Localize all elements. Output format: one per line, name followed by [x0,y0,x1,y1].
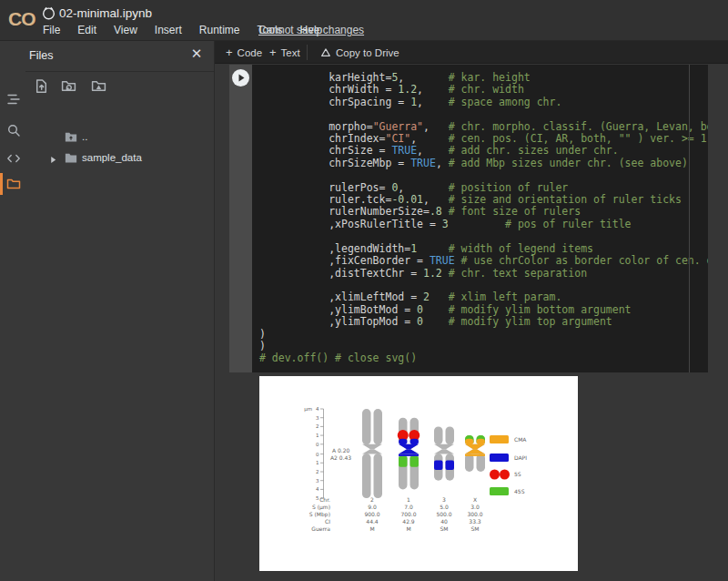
svg-text:3.0: 3.0 [470,504,480,510]
upload-file-icon[interactable] [34,78,49,94]
tree-item-[interactable]: .. [25,130,214,147]
svg-text:4: 4 [316,486,319,492]
mount-drive-icon[interactable] [91,78,106,94]
svg-text:M: M [406,525,410,532]
svg-text:Chr.: Chr. [319,496,330,503]
svg-text:7.0: 7.0 [404,504,413,510]
svg-text:900.0: 900.0 [364,511,379,517]
folder-icon [65,152,77,164]
notebook-scroll-area[interactable]: karHeight=5, # kar. height chrWidth = 1.… [215,64,728,581]
github-icon [42,6,56,20]
folder-up-icon [65,131,77,143]
svg-text:S (Mbp): S (Mbp) [309,511,330,518]
svg-text:4: 4 [316,406,319,412]
svg-text:SM: SM [440,525,449,532]
svg-text:300.0: 300.0 [467,511,482,517]
svg-text:1: 1 [316,460,319,465]
tree-item-label: sample_data [82,152,142,163]
code-cell: karHeight=5, # kar. height chrWidth = 1.… [229,65,708,372]
svg-text:700.0: 700.0 [400,511,416,517]
files-panel-title: Files [29,49,53,62]
tree-item-sample_data[interactable]: sample_data [25,151,214,168]
svg-text:45S: 45S [514,488,525,494]
svg-text:2: 2 [316,423,319,429]
svg-text:DAPI: DAPI [514,454,527,461]
karyotype-plot: µm43210012345A 0.20A2 0.43Chr.213XS (µm)… [259,376,578,571]
refresh-folder-icon[interactable] [61,78,76,94]
svg-text:µm: µm [304,406,312,413]
play-icon [232,69,249,87]
svg-text:A 0.20: A 0.20 [332,447,350,454]
caret-right-icon[interactable] [49,155,57,163]
code-snippets-icon[interactable] [6,151,21,166]
svg-text:CMA: CMA [514,436,527,443]
files-panel: Files ✕ ..sample_data [25,41,214,581]
svg-text:A2 0.43: A2 0.43 [330,454,351,461]
menu-runtime[interactable]: Runtime [199,24,240,38]
svg-text:CI: CI [325,518,330,525]
plus-icon: + [269,46,277,59]
svg-text:1: 1 [316,433,319,438]
code-editor[interactable]: karHeight=5, # kar. height chrWidth = 1.… [252,65,708,372]
svg-text:2: 2 [370,496,374,503]
cell-gutter [229,65,252,372]
svg-text:33.3: 33.3 [469,518,481,525]
svg-text:42.9: 42.9 [402,518,415,525]
drive-icon [320,47,331,58]
svg-text:1: 1 [407,496,410,503]
files-icon[interactable] [6,177,21,191]
svg-text:9.0: 9.0 [368,504,377,510]
svg-text:40: 40 [440,518,448,525]
svg-text:5S: 5S [514,471,521,477]
svg-text:500.0: 500.0 [436,511,451,517]
search-icon[interactable] [6,123,21,138]
main-area: + Code + Text Copy to Drive [215,41,728,581]
menu-view[interactable]: View [114,24,137,38]
copy-to-drive-label: Copy to Drive [336,47,399,58]
copy-to-drive-button[interactable]: Copy to Drive [320,45,399,60]
close-icon[interactable]: ✕ [190,47,203,60]
app-header: CO 02-minimal.ipynb FileEditViewInsertRu… [0,0,728,41]
menu-file[interactable]: File [43,24,60,38]
cell-output-image: µm43210012345A 0.20A2 0.43Chr.213XS (µm)… [259,376,578,571]
tree-item-label: .. [82,131,87,142]
svg-text:44.4: 44.4 [366,518,379,525]
svg-text:SM: SM [471,525,480,532]
run-cell-button[interactable] [232,69,249,87]
add-text-label: Text [281,47,300,58]
svg-text:0: 0 [316,442,319,447]
add-text-button[interactable]: + Text [269,45,300,60]
active-panel-indicator [0,173,3,195]
menu-edit[interactable]: Edit [77,24,96,38]
notebook-toolbar: + Code + Text Copy to Drive [215,41,728,64]
svg-text:0: 0 [316,452,319,457]
svg-text:2: 2 [316,469,319,474]
svg-text:M: M [369,525,374,532]
files-panel-header: Files ✕ [25,41,214,72]
svg-text:3: 3 [316,478,319,484]
cannot-save-link[interactable]: Cannot save changes [258,24,364,36]
svg-text:X: X [473,496,477,503]
svg-text:S (µm): S (µm) [312,504,330,511]
table-of-contents-icon[interactable] [6,92,21,107]
svg-text:Guerra: Guerra [311,525,330,532]
add-code-button[interactable]: + Code [226,45,262,60]
menu-insert[interactable]: Insert [155,24,182,38]
left-icon-rail [0,41,25,581]
plus-icon: + [226,46,233,59]
notebook-title[interactable]: 02-minimal.ipynb [59,6,152,20]
toolbar-separator [307,45,308,60]
svg-text:3: 3 [316,415,319,421]
colab-logo[interactable]: CO [8,8,35,30]
editor-ruler-line [689,65,690,372]
files-actions [25,76,214,97]
svg-text:3: 3 [442,496,446,503]
add-code-label: Code [238,47,263,58]
svg-text:5.0: 5.0 [440,504,449,510]
